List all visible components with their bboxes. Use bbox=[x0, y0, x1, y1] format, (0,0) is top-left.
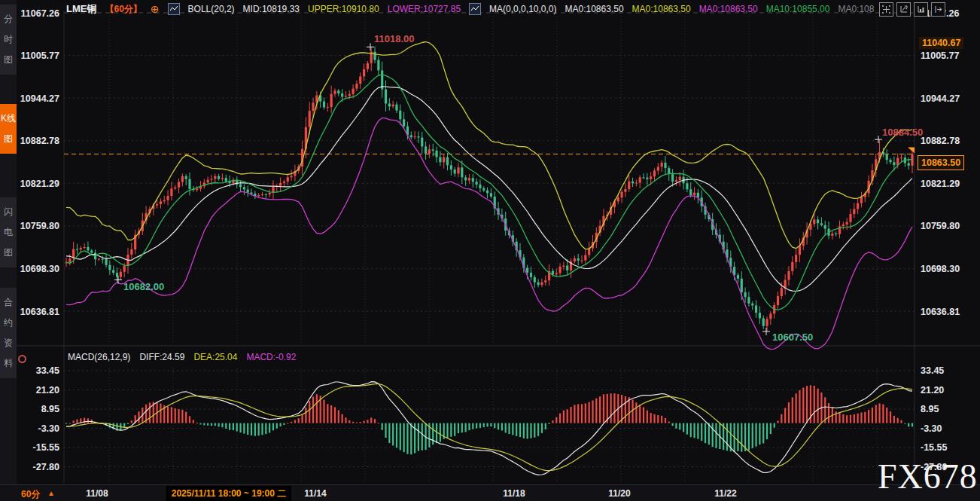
macd-hist-bar bbox=[432, 423, 434, 445]
macd-hist-bar bbox=[610, 393, 612, 423]
macd-indicator-icon[interactable] bbox=[18, 355, 26, 363]
macd-hist-bar bbox=[207, 423, 208, 426]
macd-hist-bar bbox=[788, 402, 790, 423]
boll-upper-value: UPPER:10910.80 bbox=[308, 4, 379, 14]
macd-hist-bar bbox=[686, 423, 688, 435]
macd-hist-bar bbox=[301, 414, 303, 423]
y-axis-label-left: 10759.80 bbox=[20, 221, 59, 231]
y-axis-label-right: 11005.77 bbox=[921, 50, 959, 61]
macd-axis-label-right: 21.20 bbox=[921, 385, 944, 396]
sidebar-tab-4[interactable]: 合约资料 bbox=[0, 288, 17, 378]
macd-hist-bar bbox=[643, 408, 644, 423]
selected-bar-time-range: 2025/11/11 18:00 ~ 19:00 二 bbox=[166, 486, 291, 501]
macd-hist-bar bbox=[171, 407, 172, 423]
symbol-name: LME铜 bbox=[66, 2, 96, 16]
macd-hist-bar bbox=[567, 409, 568, 423]
macd-hist-bar bbox=[247, 423, 248, 435]
macd-hist-bar bbox=[668, 422, 670, 423]
y-axis-label-right: 10821.29 bbox=[921, 179, 960, 189]
y-axis-label-left: 10698.30 bbox=[20, 264, 59, 274]
overlay-add-icon[interactable]: ⊕ bbox=[151, 3, 160, 15]
axis-scale-icon[interactable] bbox=[896, 2, 911, 17]
macd-hist-bar bbox=[893, 416, 895, 423]
macd-hist-bar bbox=[868, 410, 869, 423]
macd-hist-bar bbox=[625, 396, 626, 423]
macd-hist-bar bbox=[559, 414, 561, 423]
price-annotation: 10607.50 bbox=[772, 331, 813, 343]
macd-hist-bar bbox=[835, 411, 837, 423]
macd-hist-bar bbox=[436, 423, 437, 444]
macd-hist-bar bbox=[661, 416, 662, 423]
period-up-arrow-icon[interactable]: ▲ bbox=[47, 489, 55, 497]
macd-hist-bar bbox=[653, 414, 655, 423]
macd-hist-bar bbox=[367, 420, 368, 423]
macd-hist-bar bbox=[577, 404, 579, 423]
macd-hist-bar bbox=[330, 405, 332, 423]
macd-hist-bar bbox=[199, 423, 201, 425]
macd-hist-bar bbox=[701, 423, 702, 441]
macd-hist-bar bbox=[814, 386, 815, 423]
x-axis-date-label: 11/18 bbox=[503, 488, 525, 499]
macd-hist-bar bbox=[363, 421, 364, 423]
macd-hist-bar bbox=[87, 418, 89, 423]
x-axis-date-label: 11/08 bbox=[86, 488, 108, 499]
macd-hist-bar bbox=[193, 420, 194, 423]
macd-hist-bar bbox=[309, 401, 310, 423]
ma0-magenta-value: MA0:10863.50 bbox=[699, 4, 758, 14]
macd-hist-bar bbox=[657, 415, 659, 423]
macd-hist-bar bbox=[505, 423, 507, 433]
macd-hist-bar bbox=[886, 408, 887, 423]
macd-dea-value: DEA:25.04 bbox=[193, 352, 237, 362]
macd-axis-label-left: -3.30 bbox=[38, 423, 60, 434]
macd-hist-bar bbox=[817, 389, 818, 423]
crosshair-move-icon[interactable] bbox=[879, 2, 893, 17]
macd-hist-bar bbox=[149, 402, 151, 423]
shift-right-icon[interactable] bbox=[931, 2, 945, 17]
macd-hist-bar bbox=[875, 405, 877, 423]
macd-axis-label-right: -3.30 bbox=[921, 423, 942, 434]
axis-bars-icon[interactable] bbox=[914, 2, 928, 17]
macd-hist-bar bbox=[846, 415, 848, 423]
macd-hist-bar bbox=[138, 411, 139, 423]
macd-hist-bar bbox=[243, 423, 245, 434]
macd-axis-label-right: 33.45 bbox=[921, 365, 944, 376]
macd-hist-bar bbox=[178, 409, 179, 423]
macd-hist-bar bbox=[261, 423, 263, 435]
macd-hist-bar bbox=[294, 420, 296, 423]
price-chart-canvas[interactable]: 11067.2611067.2611005.7711005.7710944.27… bbox=[0, 0, 980, 501]
y-axis-label-left: 10821.29 bbox=[20, 179, 59, 189]
macd-hist-bar bbox=[613, 393, 615, 423]
macd-hist-bar bbox=[450, 423, 452, 437]
sidebar-tab-1[interactable]: 分时图 bbox=[0, 5, 17, 75]
trading-terminal: 11067.2611067.2611005.7711005.7710944.27… bbox=[0, 0, 980, 501]
sidebar-tab-3[interactable]: 闪电图 bbox=[0, 197, 17, 267]
ma0-yellow-value: MA0:10863.50 bbox=[632, 4, 691, 14]
macd-hist-bar bbox=[479, 423, 481, 428]
macd-hist-bar bbox=[378, 423, 379, 423]
period-indicator[interactable]: 60分 bbox=[21, 488, 40, 501]
macd-hist-bar bbox=[762, 423, 764, 444]
macd-axis-label-left: -27.80 bbox=[33, 462, 59, 472]
session-high-badge: 11040.67 bbox=[919, 37, 963, 49]
x-axis-date-label: 11/14 bbox=[304, 488, 326, 499]
macd-hist-bar bbox=[272, 423, 274, 431]
sidebar-tab-2[interactable]: K线图 bbox=[0, 104, 17, 154]
macd-hist-bar bbox=[181, 410, 183, 423]
macd-hist-bar bbox=[857, 414, 859, 423]
macd-hist-bar bbox=[131, 420, 132, 423]
boll-label: BOLL(20,2) bbox=[188, 4, 235, 14]
macd-hist-bar bbox=[465, 423, 467, 432]
macd-hist-bar bbox=[370, 417, 372, 423]
macd-hist-bar bbox=[523, 423, 525, 438]
indicator-icon[interactable] bbox=[168, 3, 180, 15]
x-axis-date-label: 11/22 bbox=[714, 488, 736, 499]
macd-hist-bar bbox=[501, 423, 503, 431]
macd-hist-bar bbox=[752, 423, 753, 448]
macd-hist-bar bbox=[828, 403, 829, 423]
indicator-icon[interactable] bbox=[469, 3, 481, 15]
macd-hist-bar bbox=[806, 386, 808, 423]
macd-hist-bar bbox=[563, 411, 565, 423]
macd-hist-bar bbox=[356, 423, 358, 423]
macd-hist-bar bbox=[741, 423, 742, 452]
current-price-badge: 10863.50 bbox=[918, 155, 964, 170]
